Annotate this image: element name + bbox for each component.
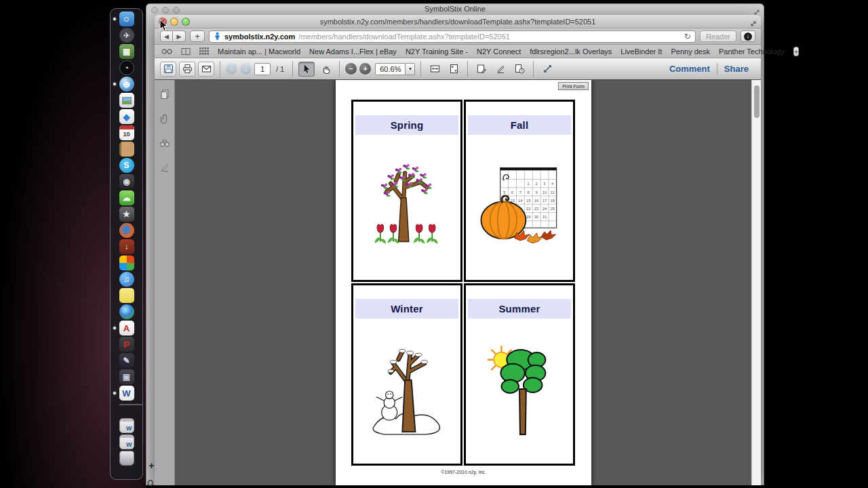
calendar-day: 15 — [526, 199, 530, 203]
zoom-button[interactable] — [182, 18, 190, 26]
dock: ☺ ✈ ▦ ◔ ⊕ — [110, 8, 143, 480]
bookmarks-add-button[interactable]: + — [793, 47, 799, 56]
expand-toolbar-button[interactable] — [539, 62, 555, 77]
page-thumbnails-icon[interactable] — [157, 87, 172, 102]
zoom-level-value[interactable]: 60.6% — [375, 63, 406, 75]
bookmark-item[interactable]: Panther Technology — [719, 47, 785, 56]
top-sites-grid-icon[interactable] — [199, 47, 209, 56]
share-button[interactable]: Share — [724, 64, 749, 74]
card-summer: Summer — [464, 283, 575, 466]
photo-booth-dock-icon[interactable]: ◉ — [119, 174, 134, 189]
dropbox-dock-icon[interactable]: ◆ — [119, 109, 134, 124]
address-bar[interactable]: symbolstix.n2y.com /members/handlers/dow… — [209, 30, 696, 43]
itunes-dock-icon[interactable]: ♫ — [119, 272, 134, 287]
save-button[interactable] — [160, 62, 176, 77]
divider — [119, 402, 134, 417]
reading-list-icon[interactable] — [161, 47, 172, 56]
skype-dock-icon[interactable]: S — [119, 158, 134, 173]
system-truck-dock-icon[interactable]: ▦ — [119, 44, 134, 59]
mouse-cursor — [159, 19, 169, 35]
screen: ☺ ✈ ▦ ◔ ⊕ — [0, 0, 868, 488]
calendar-day: 22 — [526, 207, 530, 211]
next-page-button[interactable]: ↓ — [240, 63, 252, 75]
journal-dock-icon[interactable] — [119, 142, 134, 157]
imovie-dock-icon[interactable]: ▣ — [119, 369, 134, 384]
signature-pen-button[interactable] — [492, 62, 509, 77]
office-dock-icon[interactable] — [119, 256, 134, 270]
downloader-dock-icon[interactable]: ↓ — [119, 239, 134, 254]
safari-dock-icon[interactable]: ⊕ — [119, 77, 134, 92]
card-header: Spring — [355, 115, 458, 135]
signatures-pen-icon[interactable] — [157, 160, 172, 175]
bookmarks-book-icon[interactable] — [181, 47, 191, 56]
email-button[interactable] — [198, 62, 214, 77]
pdf-content-area: Print Form Spring — [155, 80, 761, 485]
bookmark-item[interactable]: N2Y Connect — [477, 47, 521, 56]
launchpad-dock-icon[interactable]: ✈ — [119, 28, 134, 43]
bookmark-item[interactable]: fdlrsregion2...lk Overlays — [530, 47, 612, 56]
bookmark-item[interactable]: Maintain ap... | Macworld — [218, 47, 300, 56]
search-binoculars-icon[interactable] — [157, 136, 172, 150]
attachments-paperclip-icon[interactable] — [157, 111, 172, 126]
fit-page-button[interactable] — [446, 62, 462, 77]
star-dock-icon[interactable]: ★ — [119, 207, 134, 222]
fall-pumpkin-calendar-illustration: 1234567891011121314151617181920212223242… — [466, 135, 573, 280]
fit-width-button[interactable] — [427, 62, 443, 77]
clock-dock-icon[interactable]: ◔ — [119, 60, 134, 75]
firefox-dock-icon[interactable] — [119, 223, 134, 238]
print-button[interactable] — [179, 62, 195, 77]
acrobat-dock-icon[interactable]: A — [119, 321, 134, 336]
min-window-2-dock-icon[interactable]: W — [119, 434, 134, 449]
vertical-scrollbar[interactable] — [751, 80, 761, 485]
calendar-day: 17 — [542, 199, 547, 203]
window-title: symbolstix.n2y.com/members/handlers/down… — [209, 18, 707, 26]
keynote-dock-icon[interactable]: ✎ — [119, 353, 134, 368]
reload-icon[interactable]: ↻ — [684, 32, 691, 41]
p-app-dock-icon[interactable]: P — [119, 337, 134, 352]
reader-button[interactable]: Reader — [700, 30, 736, 42]
hand-tool-button[interactable] — [317, 62, 334, 77]
previous-page-button[interactable]: ↑ — [226, 63, 237, 75]
finder-dock-icon[interactable]: ☺ — [119, 12, 134, 26]
bookmark-item[interactable]: LiveBinder It — [620, 47, 662, 56]
pdf-sidebar — [155, 80, 175, 485]
trash-dock-icon[interactable] — [119, 451, 134, 466]
spring-tree-illustration — [353, 135, 460, 280]
running-indicator — [113, 327, 116, 329]
running-indicator — [113, 392, 116, 394]
messages-dock-icon[interactable]: ☁ — [119, 190, 134, 205]
select-tool-button[interactable] — [298, 62, 315, 77]
minimize-button[interactable] — [170, 18, 178, 26]
page-number-input[interactable] — [254, 63, 271, 75]
word-dock-icon[interactable]: W — [119, 386, 134, 401]
calendar-day: 5 — [503, 190, 505, 195]
browser-window: × symbolstix.n2y.com/members/handlers/do… — [155, 15, 761, 485]
downloads-button[interactable]: ↓ — [741, 30, 755, 42]
calendar-day: 30 — [534, 216, 539, 220]
card-label: Winter — [391, 303, 423, 314]
background-partial-button[interactable]: + — [149, 460, 155, 471]
pdf-toolbar: ↑ ↓ / 1 − + 60.6% ▾ — [155, 58, 761, 80]
fullscreen-icon[interactable] — [750, 18, 757, 30]
print-form-button[interactable]: Print Form — [558, 82, 589, 90]
bookmark-item[interactable]: N2Y Training Site - — [406, 47, 468, 56]
calendar-day: 2 — [535, 182, 537, 186]
document-history-button[interactable] — [511, 62, 528, 77]
photos-dock-icon[interactable] — [119, 93, 134, 108]
zoom-out-button[interactable]: − — [345, 63, 357, 75]
calendar-day: 24 — [542, 207, 547, 211]
zoom-in-button[interactable]: + — [359, 63, 371, 75]
zoom-dropdown-arrow[interactable]: ▾ — [406, 63, 415, 75]
new-tab-button[interactable]: + — [190, 30, 205, 42]
bookmark-item[interactable]: New Adams I...Flex | eBay — [309, 47, 397, 56]
forward-button[interactable]: ▶ — [173, 30, 186, 42]
stickies-dock-icon[interactable] — [119, 288, 134, 303]
scrollbar-thumb[interactable] — [754, 85, 760, 118]
comment-button[interactable]: Comment — [669, 64, 710, 74]
min-window-1-dock-icon[interactable]: W — [119, 418, 134, 433]
card-header: Fall — [468, 115, 571, 135]
calendar-dock-icon[interactable]: 10 — [119, 125, 134, 140]
bookmark-item[interactable]: Penny desk — [671, 47, 709, 56]
globe-dock-icon[interactable] — [119, 304, 134, 319]
annotation-note-button[interactable] — [473, 62, 490, 77]
